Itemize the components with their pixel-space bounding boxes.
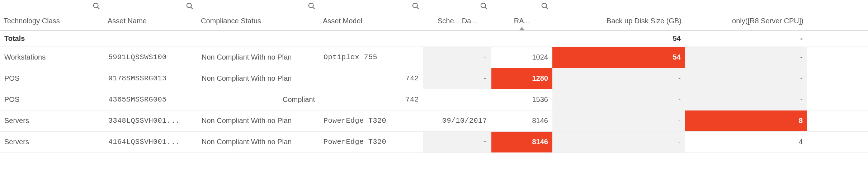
col-header-ram[interactable]: RA... bbox=[491, 0, 552, 30]
cell-backup: - bbox=[552, 131, 685, 152]
cell-r8: - bbox=[685, 47, 807, 68]
col-header-compliance[interactable]: Compliance Status bbox=[197, 0, 319, 30]
cell-value: Non Compliant With no Plan bbox=[202, 53, 292, 61]
totals-label: Totals bbox=[0, 30, 104, 47]
cell-backup: - bbox=[552, 68, 685, 89]
cell-value: 09/10/2017 bbox=[442, 117, 487, 125]
cell-value: Non Compliant With no Plan bbox=[202, 138, 292, 146]
cell-compliance: Non Compliant With no Plan bbox=[197, 131, 319, 152]
cell-value: 3348LQSSVH001... bbox=[108, 117, 180, 125]
search-icon[interactable] bbox=[541, 2, 549, 10]
search-icon[interactable] bbox=[308, 2, 316, 10]
cell-value: - bbox=[482, 53, 487, 61]
search-icon[interactable] bbox=[480, 2, 488, 10]
cell-value: - bbox=[678, 117, 681, 125]
col-header-spacer bbox=[807, 0, 868, 30]
svg-point-2 bbox=[187, 3, 192, 8]
cell-value: 1280 bbox=[532, 74, 548, 83]
col-label: Technology Class bbox=[4, 17, 60, 25]
totals-r8: - bbox=[685, 30, 807, 47]
cell-sched_date: - bbox=[423, 131, 491, 152]
cell-value: PowerEdge T320 bbox=[324, 117, 386, 125]
cell-value: - bbox=[482, 74, 487, 83]
table-row[interactable]: Servers3348LQSSVH001...Non Compliant Wit… bbox=[0, 110, 868, 131]
cell-value: 1024 bbox=[532, 53, 548, 61]
cell-tech_class: Servers bbox=[0, 110, 104, 131]
cell-tech_class: Servers bbox=[0, 131, 104, 152]
cell-asset_model: PowerEdge T320 bbox=[319, 131, 423, 152]
cell-value: - bbox=[800, 74, 803, 83]
cell-asset_name: 4164LQSSVH001... bbox=[104, 131, 197, 152]
cell-spacer bbox=[807, 131, 868, 152]
cell-value: Servers bbox=[4, 117, 29, 125]
cell-r8: - bbox=[685, 89, 807, 110]
cell-backup: - bbox=[552, 89, 685, 110]
svg-point-10 bbox=[542, 3, 547, 8]
cell-asset_model: PowerEdge T320 bbox=[319, 110, 423, 131]
search-icon[interactable] bbox=[186, 2, 194, 10]
cell-asset_model: Optiplex 755 bbox=[319, 47, 423, 68]
col-header-backup[interactable]: Back up Disk Size (GB) bbox=[552, 0, 685, 30]
cell-value: 9178SMSSRG013 bbox=[108, 74, 167, 83]
cell-ram: 1280 bbox=[491, 68, 552, 89]
cell-value: - bbox=[800, 95, 803, 104]
col-header-asset-name[interactable]: Asset Name bbox=[104, 0, 197, 30]
col-label: Asset Name bbox=[108, 17, 147, 25]
cell-sched_date bbox=[423, 89, 491, 110]
search-icon[interactable] bbox=[93, 2, 100, 10]
svg-line-1 bbox=[98, 7, 100, 9]
cell-value: - bbox=[678, 95, 681, 104]
totals-row: Totals 54 - bbox=[0, 30, 868, 47]
svg-line-5 bbox=[313, 7, 315, 9]
cell-asset_model: 742 bbox=[319, 68, 423, 89]
cell-value: 5991LQSSWS100 bbox=[108, 53, 167, 61]
cell-value: 742 bbox=[405, 74, 419, 83]
cell-asset_name: 5991LQSSWS100 bbox=[104, 47, 197, 68]
cell-tech_class: POS bbox=[0, 68, 104, 89]
cell-value: Optiplex 755 bbox=[324, 53, 377, 61]
cell-value: 8146 bbox=[532, 138, 548, 146]
svg-line-11 bbox=[546, 7, 548, 9]
asset-table: Technology Class Asset Name Compliance S… bbox=[0, 0, 868, 153]
sort-asc-icon[interactable] bbox=[519, 27, 525, 30]
cell-compliance: Non Compliant With no Plan bbox=[197, 110, 319, 131]
cell-compliance: Compliant bbox=[197, 89, 319, 110]
cell-r8: 8 bbox=[685, 110, 807, 131]
table-row[interactable]: POS4365SMSSRG005Compliant7421536-- bbox=[0, 89, 868, 110]
cell-asset_name: 4365SMSSRG005 bbox=[104, 89, 197, 110]
search-icon[interactable] bbox=[412, 2, 420, 10]
cell-value: - bbox=[800, 53, 803, 61]
cell-value: PowerEdge T320 bbox=[324, 138, 386, 146]
col-header-asset-model[interactable]: Asset Model bbox=[319, 0, 423, 30]
cell-value: Workstations bbox=[4, 53, 46, 61]
svg-line-7 bbox=[417, 7, 419, 9]
col-header-sched-date[interactable]: Sche... Da... bbox=[423, 0, 491, 30]
table-header-row: Technology Class Asset Name Compliance S… bbox=[0, 0, 868, 30]
table-row[interactable]: Servers4164LQSSVH001...Non Compliant Wit… bbox=[0, 131, 868, 152]
cell-sched_date: - bbox=[423, 68, 491, 89]
cell-sched_date: 09/10/2017 bbox=[423, 110, 491, 131]
table-body: Workstations5991LQSSWS100Non Compliant W… bbox=[0, 47, 868, 152]
cell-sched_date: - bbox=[423, 47, 491, 68]
table-row[interactable]: POS9178SMSSRG013Non Compliant With no Pl… bbox=[0, 68, 868, 89]
svg-point-6 bbox=[413, 3, 418, 8]
col-header-tech-class[interactable]: Technology Class bbox=[0, 0, 104, 30]
cell-value: 4365SMSSRG005 bbox=[108, 95, 167, 104]
cell-value: 8146 bbox=[532, 117, 548, 125]
col-label: Back up Disk Size (GB) bbox=[556, 17, 681, 25]
table-row[interactable]: Workstations5991LQSSWS100Non Compliant W… bbox=[0, 47, 868, 68]
cell-backup: - bbox=[552, 110, 685, 131]
col-header-r8[interactable]: only([R8 Server CPU]) bbox=[685, 0, 807, 30]
cell-value: 742 bbox=[405, 95, 419, 104]
cell-value: 54 bbox=[673, 53, 681, 61]
cell-spacer bbox=[807, 47, 868, 68]
cell-compliance: Non Compliant With no Plan bbox=[197, 68, 319, 89]
svg-point-0 bbox=[94, 3, 98, 8]
cell-value: POS bbox=[4, 95, 19, 104]
svg-line-9 bbox=[485, 7, 487, 9]
cell-value: - bbox=[482, 138, 487, 146]
cell-backup: 54 bbox=[552, 47, 685, 68]
cell-value: POS bbox=[4, 74, 19, 83]
cell-ram: 8146 bbox=[491, 110, 552, 131]
cell-value: Compliant bbox=[283, 95, 315, 104]
